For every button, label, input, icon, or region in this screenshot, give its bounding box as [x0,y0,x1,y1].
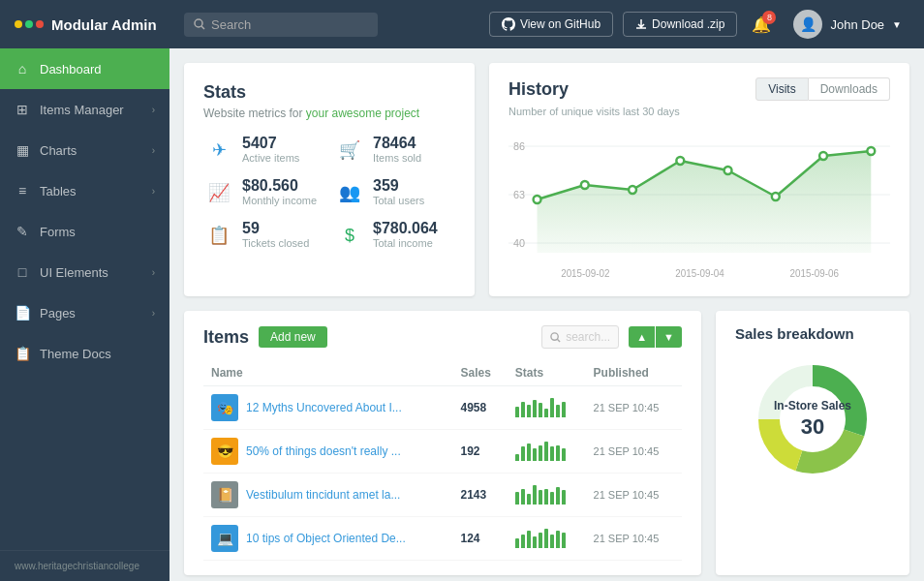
download-button[interactable]: Download .zip [623,12,737,37]
search-placeholder: search... [566,330,610,344]
table-row: 📔 Vestibulum tincidunt amet la... 2143 2… [203,474,682,517]
item-name-link[interactable]: 12 Myths Uncovered About I... [246,401,402,414]
bar [556,445,560,461]
sidebar-item-items-manager[interactable]: ⊞ Items Manager › [0,89,169,130]
bar [515,407,519,417]
table-icon: ≡ [15,183,30,199]
sidebar-item-tables[interactable]: ≡ Tables › [0,170,169,211]
stat-value: 78464 [373,135,421,152]
item-name-link[interactable]: 10 tips of Object Oriented De... [246,532,406,545]
sidebar-item-label: UI Elements [40,265,152,280]
bar [527,405,531,417]
col-stats: Stats [508,360,586,386]
item-sales: 124 [453,517,508,561]
stat-label: Monthly income [242,195,317,206]
github-icon [502,17,515,31]
sidebar-item-ui-elements[interactable]: □ UI Elements › [0,252,169,292]
stat-icon: 👥 [334,177,365,208]
svg-point-25 [782,388,844,450]
stat-label: Total income [373,237,438,249]
chevron-right-icon: › [152,267,155,278]
user-menu[interactable]: 👤 John Doe ▼ [785,6,909,43]
avatar: 👤 [793,10,822,39]
bar [562,448,566,461]
stats-link[interactable]: your awesome project [306,107,419,120]
brand: Modular Admin [15,16,184,33]
sidebar-item-theme-docs[interactable]: 📋 Theme Docs [0,333,169,374]
main-content: Stats Website metrics for your awesome p… [169,48,924,581]
github-btn-label: View on GitHub [520,17,601,31]
sidebar-item-label: Dashboard [40,62,155,76]
sidebar-item-charts[interactable]: ▦ Charts › [0,130,169,170]
chevron-right-icon: › [152,308,155,319]
bar [539,445,542,461]
stat-item: ✈ 5407 Active items [203,135,324,166]
github-button[interactable]: View on GitHub [489,12,613,37]
add-new-button[interactable]: Add new [259,326,327,348]
bar [527,494,531,505]
stats-card: Stats Website metrics for your awesome p… [184,63,475,296]
bar [550,446,554,461]
sort-desc-button[interactable]: ▼ [656,326,682,348]
stats-subtitle: Website metrics for your awesome project [203,107,455,120]
stat-icon: 📋 [203,220,234,251]
ui-icon: □ [15,264,30,280]
sort-asc-button[interactable]: ▲ [629,326,655,348]
stats-title: Stats [203,82,455,103]
chevron-down-icon: ▼ [892,19,902,30]
sidebar-item-label: Tables [40,184,152,199]
item-name-link[interactable]: Vestibulum tincidunt amet la... [246,488,400,502]
svg-point-17 [819,152,827,160]
item-name-cell: 😎 50% of things doesn't really ... [203,430,453,474]
bar [515,538,519,548]
sidebar-item-label: Forms [40,225,155,239]
notification-bell[interactable]: 🔔 8 [747,11,776,39]
svg-point-16 [772,193,780,200]
item-published: 21 SEP 10:45 [586,386,682,430]
stat-value: 359 [373,177,424,195]
sidebar-footer: www.heritagechristiancollege [0,550,169,581]
svg-text:63: 63 [513,189,525,200]
stat-item: 🛒 78464 Items sold [334,135,455,166]
item-name-link[interactable]: 50% of things doesn't really ... [246,444,401,458]
history-tabs: Visits Downloads [755,77,890,101]
bar [515,454,519,461]
item-published: 21 SEP 10:45 [586,474,682,517]
sidebar-item-forms[interactable]: ✎ Forms [0,211,169,252]
table-row: 🎭 12 Myths Uncovered About I... 4958 21 … [203,386,682,430]
bar [556,487,560,505]
history-title: History [508,79,755,100]
history-card: History Visits Downloads Number of uniqu… [489,63,909,296]
item-sales: 192 [453,430,508,474]
stat-item: $ $780.064 Total income [334,220,455,251]
stat-value: $80.560 [242,177,317,195]
svg-point-14 [676,157,684,165]
user-name: John Doe [830,17,884,32]
sidebar-item-pages[interactable]: 📄 Pages › [0,292,169,333]
svg-text:86: 86 [513,140,525,152]
chart-icon: ▦ [15,142,30,158]
sidebar-item-dashboard[interactable]: ⌂ Dashboard [0,48,169,89]
svg-point-15 [724,167,732,174]
items-search[interactable]: search... [541,325,619,349]
stat-value: $780.064 [373,220,438,237]
form-icon: ✎ [15,224,30,239]
bar [544,442,548,461]
item-name-cell: 📔 Vestibulum tincidunt amet la... [203,474,453,517]
chevron-right-icon: › [152,105,155,115]
svg-point-12 [581,181,589,189]
sales-breakdown-card: Sales breakdown [716,311,909,575]
brand-dot-green [25,20,33,28]
search-bar[interactable]: Search [184,13,378,37]
main-layout: ⌂ Dashboard ⊞ Items Manager › ▦ Charts ›… [0,48,924,581]
item-thumbnail: 😎 [211,438,238,465]
sidebar-item-label: Items Manager [40,103,152,117]
stat-label: Items sold [373,152,421,164]
tab-visits[interactable]: Visits [755,77,808,101]
item-stats [508,474,586,517]
tab-downloads[interactable]: Downloads [809,77,890,101]
svg-point-13 [629,186,636,194]
bar [556,531,560,548]
bar [539,403,542,417]
stat-item: 📈 $80.560 Monthly income [203,177,324,208]
